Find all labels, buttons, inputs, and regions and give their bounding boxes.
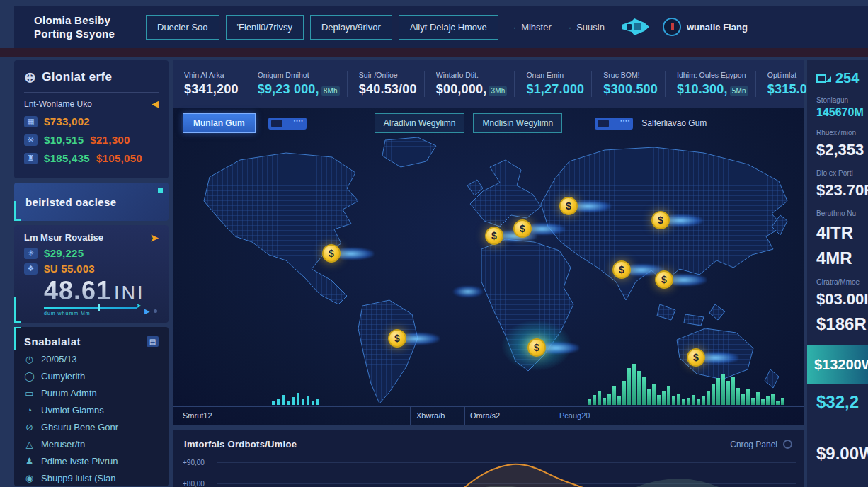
bar: [607, 394, 611, 405]
panel3-title: Lm Msur Rovatise: [24, 232, 103, 244]
kpi-label: Onigum Dmihot: [258, 71, 340, 79]
map-marker-money[interactable]: $: [322, 244, 341, 263]
stat-value: $23.70R: [816, 181, 868, 200]
marker-glow: [668, 214, 703, 227]
nav-button-1[interactable]: Duecler Soo: [146, 15, 219, 40]
list-item[interactable]: ♟ Pdime Ivste Pivrun: [24, 456, 159, 466]
logo-line1: Olomia Besiby: [34, 13, 146, 28]
map-marker-money[interactable]: $: [485, 227, 503, 245]
divider: [24, 92, 159, 93]
bar: [756, 392, 760, 405]
stat-value: $9.00W: [816, 444, 868, 464]
map-marker-layer: $$$$$$$$$$: [173, 108, 804, 405]
circle-icon: ◯: [24, 371, 35, 382]
person-icon: ♟: [24, 456, 35, 466]
selected-mode-card[interactable]: beirlsted oaclese: [14, 183, 169, 221]
gauge-icon: ◔: [24, 405, 35, 416]
app-logo: Olomia Besiby Porting Ssyone: [34, 13, 146, 41]
dollar-coin-icon: $: [687, 348, 705, 367]
nav-button-4[interactable]: Aliyt Delajc Hmove: [399, 15, 498, 40]
marker-glow: [338, 248, 374, 260]
stat-label: Giratra/Mmoe: [816, 278, 868, 286]
bar: [657, 395, 661, 405]
square-icon: ▭: [24, 388, 35, 399]
bar: [637, 371, 641, 405]
kpi-card: Sruc BOM! $300.500: [591, 71, 665, 97]
map-marker-money[interactable]: $: [513, 219, 532, 238]
chart-control-label: Cnrog Panel: [730, 440, 777, 449]
axis-label: Smrut12: [183, 411, 212, 420]
dollar-coin-icon: $: [513, 219, 532, 238]
map-marker-money[interactable]: $: [655, 270, 673, 289]
map-marker-money[interactable]: $: [651, 211, 670, 229]
right-sidebar: 254 Stoniagun 145670M Rhuex7mion $2,353 …: [807, 60, 868, 487]
header-link-2[interactable]: Suusin: [569, 22, 605, 33]
building-icon: ♜: [24, 153, 38, 164]
divider: [816, 425, 862, 425]
list-item[interactable]: ◔ Uvmiot Glamns: [24, 405, 159, 416]
panel1-title: Glonlat erfe: [42, 70, 112, 84]
list-item-date[interactable]: ◷ 20/05/13: [24, 354, 159, 365]
bar: [302, 399, 304, 405]
play-icon[interactable]: ▶: [144, 307, 150, 315]
bar: [746, 389, 750, 405]
mode-card-label: beirlsted oaclese: [25, 196, 117, 208]
bar: [702, 396, 705, 405]
clock-icon: ◷: [24, 354, 35, 365]
stat-label: Beruthno Nu: [816, 210, 868, 217]
area-line-chart: [215, 450, 796, 487]
hand-badge-icon[interactable]: [620, 18, 650, 35]
bar: [617, 396, 621, 405]
list-item[interactable]: ◯ Cumylerith: [24, 371, 159, 382]
nav-button-2[interactable]: 'Flenil0/7rivsy: [226, 15, 304, 40]
kpi-value: $9,23 000,: [258, 82, 319, 96]
list-item[interactable]: ◉ Sbupp9 lulst (Slan: [24, 473, 159, 483]
bar: [776, 401, 780, 405]
map-marker-dot[interactable]: [453, 286, 483, 297]
header-bar: Olomia Besiby Porting Ssyone Duecler Soo…: [14, 6, 868, 48]
kpi-label: Onan Emin: [526, 71, 584, 79]
dollar-coin-icon: $: [485, 227, 503, 245]
bar: [716, 378, 720, 405]
big-metric-unit: INI: [114, 282, 145, 304]
bar: [622, 381, 626, 405]
map-marker-money[interactable]: $: [559, 197, 578, 215]
map-marker-money[interactable]: $: [527, 338, 546, 357]
bar: [682, 399, 685, 405]
axis-divider: [464, 407, 465, 425]
dollar-coin-icon: $: [388, 329, 406, 348]
stat-top-value: 254: [835, 70, 859, 86]
nav-button-3[interactable]: Depiayn/9rivor: [310, 15, 392, 40]
dollar-coin-icon: $: [527, 338, 546, 357]
list-item[interactable]: ▭ Purum Admtn: [24, 388, 159, 399]
axis-divider: [554, 407, 554, 425]
measure-panel: Lm Msur Rovatise ➤ ✳ $29,225 ❖ $U 55.003…: [14, 225, 169, 323]
kpi-value: $00,000,: [436, 82, 487, 96]
header-link-1[interactable]: Mihster: [513, 22, 552, 33]
summary-row: ♜ $185,435 $105,050: [24, 152, 159, 164]
kpi-label: Sruc BOM!: [603, 71, 658, 79]
list-item[interactable]: △ Meruser/tn: [24, 439, 159, 449]
bar: [652, 384, 656, 405]
avatar[interactable]: [663, 18, 681, 36]
kpi-card: Suir /Onlioe $40.53/00: [347, 71, 424, 97]
timeline-slider[interactable]: dum whumm Mm: [44, 307, 137, 316]
highlighted-stat-row[interactable]: $13200W: [807, 345, 868, 384]
map-marker-money[interactable]: $: [687, 348, 705, 367]
step-dot-icon[interactable]: [154, 309, 157, 313]
bar: [598, 391, 601, 405]
user-name[interactable]: wunalie Fiang: [687, 22, 748, 33]
folder-icon[interactable]: ▤: [147, 336, 159, 347]
map-marker-money[interactable]: $: [612, 260, 631, 279]
measure-value: $29,225: [44, 247, 84, 259]
list-item[interactable]: ⊘ Ghsuru Bene Gonr: [24, 422, 159, 432]
bar: [771, 394, 775, 405]
triangle-left-icon[interactable]: ◀: [152, 98, 159, 109]
bar: [692, 395, 695, 405]
chart-control[interactable]: Cnrog Panel: [730, 440, 792, 449]
cursor-arrow-icon[interactable]: ➤: [150, 232, 159, 244]
map-marker-money[interactable]: $: [388, 329, 406, 348]
bar: [712, 384, 715, 405]
kpi-label: Idhim: Oules Egypon: [677, 71, 748, 79]
bar: [761, 399, 765, 405]
